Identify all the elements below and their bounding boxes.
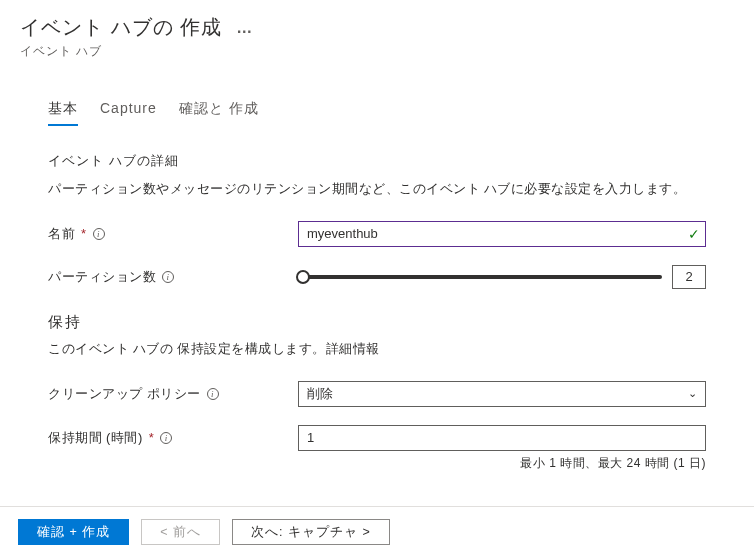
partition-label: パーティション数 — [48, 268, 156, 286]
partition-slider[interactable] — [298, 275, 662, 279]
required-star: * — [81, 226, 87, 241]
name-input[interactable] — [298, 221, 706, 247]
review-create-button[interactable]: 確認 + 作成 — [18, 519, 129, 545]
footer: 確認 + 作成 < 前へ 次へ: キャプチャ > — [0, 506, 754, 557]
field-name-row: 名前 * i ✓ — [48, 221, 706, 247]
partition-value: 2 — [672, 265, 706, 289]
prev-button: < 前へ — [141, 519, 220, 545]
retention-label: 保持期間 (時間) — [48, 429, 143, 447]
next-button[interactable]: 次へ: キャプチャ > — [232, 519, 390, 545]
section-details-heading: イベント ハブの詳細 — [48, 152, 706, 170]
retention-hint: 最小 1 時間、最大 24 時間 (1 日) — [48, 455, 706, 472]
info-icon[interactable]: i — [160, 432, 172, 444]
name-label: 名前 — [48, 225, 75, 243]
slider-thumb[interactable] — [296, 270, 310, 284]
tab-basic[interactable]: 基本 — [48, 100, 78, 126]
info-icon[interactable]: i — [207, 388, 219, 400]
page-title: イベント ハブの 作成 — [20, 14, 222, 41]
cleanup-label: クリーンアップ ポリシー — [48, 385, 201, 403]
tabs: 基本 Capture 確認と 作成 — [48, 100, 706, 126]
section-details-desc: パーティション数やメッセージのリテンション期間など、このイベント ハブに必要な設… — [48, 180, 706, 199]
section-retention-heading: 保持 — [48, 313, 706, 332]
info-icon[interactable]: i — [93, 228, 105, 240]
cleanup-value: 削除 — [307, 385, 333, 403]
required-star: * — [149, 430, 155, 445]
cleanup-select[interactable]: 削除 ⌄ — [298, 381, 706, 407]
section-retention-desc: このイベント ハブの 保持設定を構成します。詳細情報 — [48, 340, 706, 359]
retention-input[interactable] — [298, 425, 706, 451]
more-icon[interactable]: … — [236, 19, 254, 37]
info-icon[interactable]: i — [162, 271, 174, 283]
page-header: イベント ハブの 作成 … イベント ハブ — [0, 0, 754, 66]
tab-review[interactable]: 確認と 作成 — [179, 100, 259, 126]
page-subtitle: イベント ハブ — [20, 43, 734, 60]
check-icon: ✓ — [688, 226, 700, 242]
field-cleanup-row: クリーンアップ ポリシー i 削除 ⌄ — [48, 381, 706, 407]
field-retention-row: 保持期間 (時間) * i — [48, 425, 706, 451]
field-partition-row: パーティション数 i 2 — [48, 265, 706, 289]
chevron-down-icon: ⌄ — [688, 387, 697, 400]
tab-capture[interactable]: Capture — [100, 100, 157, 126]
